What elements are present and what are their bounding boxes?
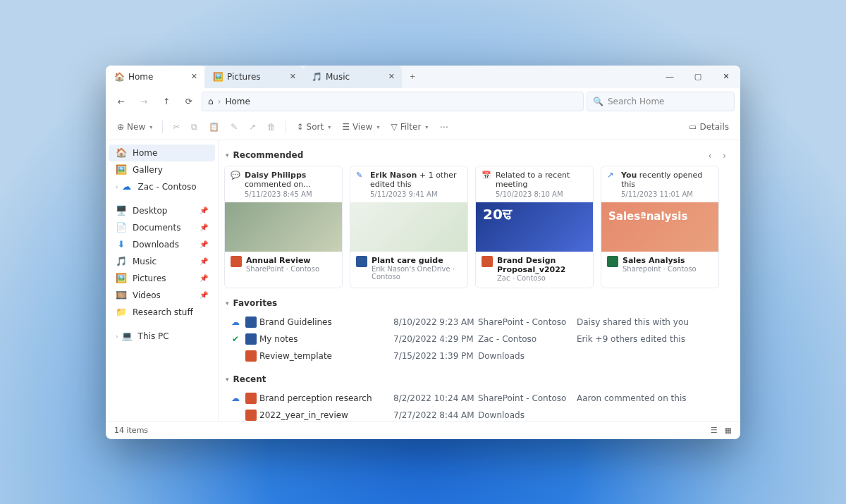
address-bar[interactable]: ⌂ › Home <box>202 92 584 111</box>
word-icon <box>356 256 367 267</box>
rename-button[interactable]: ✎ <box>226 119 242 135</box>
file-date: 7/27/2022 8:44 AM <box>393 410 478 420</box>
edit-icon: ✎ <box>356 171 366 180</box>
tiles-view-button[interactable]: ▦ <box>725 426 732 435</box>
powerpoint-icon <box>482 256 493 267</box>
new-tab-button[interactable]: ＋ <box>402 66 423 88</box>
chevron-right-icon: › <box>218 97 221 106</box>
recommended-card[interactable]: 📅 Related to a recent meeting 5/10/2023 … <box>475 166 594 288</box>
folder-icon: 📁 <box>116 307 127 318</box>
new-button[interactable]: ⊕ New ▾ <box>113 119 157 135</box>
tab-music[interactable]: 🎵 Music ✕ <box>303 66 402 88</box>
search-icon: 🔍 <box>593 97 603 106</box>
forward-button[interactable]: → <box>134 92 154 111</box>
file-activity: Erik +9 others edited this <box>577 334 729 344</box>
close-tab-button[interactable]: ✕ <box>191 72 197 81</box>
close-tab-button[interactable]: ✕ <box>290 72 296 81</box>
music-icon: 🎵 <box>312 72 321 82</box>
videos-icon: 🎞️ <box>116 290 127 301</box>
view-button[interactable]: ☰ View ▾ <box>338 119 384 135</box>
pin-icon: 📌 <box>200 240 208 248</box>
share-button[interactable]: ↗ <box>245 119 260 135</box>
item-count: 14 items <box>114 426 148 435</box>
card-file-name: Plant care guide <box>372 256 462 265</box>
file-row[interactable]: ☁ Brand perception research 8/2/2022 10:… <box>224 390 730 407</box>
back-button[interactable]: ← <box>111 92 131 111</box>
sidebar-item-documents[interactable]: 📄 Documents 📌 <box>109 219 215 236</box>
sort-button[interactable]: ↕ Sort ▾ <box>292 119 335 135</box>
close-window-button[interactable]: ✕ <box>712 66 740 88</box>
file-location: Downloads <box>478 410 577 420</box>
status-bar: 14 items ☰ ▦ <box>106 421 740 439</box>
sidebar-item-music[interactable]: 🎵 Music 📌 <box>109 253 215 270</box>
card-thumbnail <box>350 202 467 252</box>
filter-button[interactable]: ▽ Filter ▾ <box>386 119 432 135</box>
card-file-name: Sales Analysis <box>623 256 697 265</box>
section-recent-header[interactable]: ▾ Recent <box>226 374 730 384</box>
recommended-card[interactable]: 💬 Daisy Philipps commented on... 5/11/20… <box>224 166 343 288</box>
up-button[interactable]: ↑ <box>157 92 176 111</box>
file-name: Brand Guidelines <box>259 317 393 327</box>
tab-label: Pictures <box>227 72 261 82</box>
details-pane-button[interactable]: ▭ Details <box>685 119 733 135</box>
file-row[interactable]: 2022_year_in_review 7/27/2022 8:44 AM Do… <box>224 407 730 421</box>
view-icon: ☰ <box>342 122 350 132</box>
section-title: Recent <box>233 374 266 384</box>
word-icon <box>245 333 257 345</box>
file-name: 2022_year_in_review <box>259 410 393 420</box>
card-file-location: Sharepoint · Contoso <box>623 265 697 273</box>
powerpoint-icon <box>245 410 257 421</box>
calendar-icon: 📅 <box>482 171 491 180</box>
close-tab-button[interactable]: ✕ <box>388 72 395 81</box>
sidebar-item-videos[interactable]: 🎞️ Videos 📌 <box>109 287 215 304</box>
new-icon: ⊕ <box>117 122 124 132</box>
details-view-button[interactable]: ☰ <box>711 426 718 435</box>
more-button[interactable]: ⋯ <box>435 119 452 135</box>
file-row[interactable]: ✔ My notes 7/20/2022 4:29 PM Zac - Conto… <box>224 331 730 348</box>
sidebar-item-pictures[interactable]: 🖼️ Pictures 📌 <box>109 270 215 287</box>
sidebar-item-research[interactable]: 📁 Research stuff <box>109 304 215 321</box>
scroll-right-button[interactable]: › <box>718 149 730 162</box>
maximize-button[interactable]: ▢ <box>684 66 712 88</box>
sidebar-item-desktop[interactable]: 🖥️ Desktop 📌 <box>109 202 215 219</box>
chevron-down-icon: ▾ <box>226 300 229 307</box>
tab-pictures[interactable]: 🖼️ Pictures ✕ <box>204 66 303 88</box>
tab-home[interactable]: 🏠 Home ✕ <box>106 66 204 88</box>
desktop-icon: 🖥️ <box>116 205 127 216</box>
search-box[interactable]: 🔍 Search Home <box>587 92 735 111</box>
sidebar-item-downloads[interactable]: ⬇ Downloads 📌 <box>109 236 215 253</box>
file-row[interactable]: Review_template 7/15/2022 1:39 PM Downlo… <box>224 348 730 364</box>
file-date: 7/20/2022 4:29 PM <box>393 334 478 344</box>
sidebar-item-onedrive[interactable]: › ☁ Zac - Contoso <box>109 178 215 195</box>
sidebar-item-home[interactable]: 🏠 Home <box>109 145 215 161</box>
chevron-down-icon: ▾ <box>425 124 428 130</box>
copy-button[interactable]: ⧉ <box>187 119 202 135</box>
file-location: Downloads <box>478 351 577 361</box>
refresh-button[interactable]: ⟳ <box>179 92 199 111</box>
file-activity: Daisy shared this with you <box>577 317 729 327</box>
recommended-card[interactable]: ✎ Erik Nason + 1 other edited this 5/11/… <box>350 166 468 288</box>
nav-row: ← → ↑ ⟳ ⌂ › Home 🔍 Search Home <box>106 88 740 115</box>
word-icon <box>245 316 257 328</box>
pin-icon: 📌 <box>200 257 208 265</box>
thispc-icon: 💻 <box>121 331 133 342</box>
paste-button[interactable]: 📋 <box>204 119 223 135</box>
chevron-down-icon: ▾ <box>376 124 379 130</box>
file-row[interactable]: ☁ Brand Guidelines 8/10/2022 9:23 AM Sha… <box>224 314 730 331</box>
cut-button[interactable]: ✂ <box>168 119 184 135</box>
titlebar: 🏠 Home ✕ 🖼️ Pictures ✕ 🎵 Music ✕ ＋ ― ▢ ✕ <box>106 66 740 88</box>
card-reason: Daisy Philipps commented on... 5/11/2023… <box>245 171 336 199</box>
sidebar-item-gallery[interactable]: 🖼️ Gallery <box>109 161 215 178</box>
sidebar-item-label: Zac - Contoso <box>138 182 197 192</box>
section-recommended-header[interactable]: ▾ Recommended <box>226 150 303 160</box>
sidebar: 🏠 Home 🖼️ Gallery › ☁ Zac - Contoso 🖥️ D… <box>106 140 219 421</box>
section-favorites-header[interactable]: ▾ Favorites <box>226 298 730 308</box>
minimize-button[interactable]: ― <box>656 66 684 88</box>
gallery-icon: 🖼️ <box>116 164 127 176</box>
recommended-card[interactable]: ↗ You recently opened this 5/11/2023 11:… <box>601 166 719 288</box>
sidebar-item-thispc[interactable]: › 💻 This PC <box>109 328 215 345</box>
open-icon: ↗ <box>607 171 617 180</box>
address-path: Home <box>225 97 250 106</box>
scroll-left-button[interactable]: ‹ <box>704 149 716 162</box>
delete-button[interactable]: 🗑 <box>263 119 280 135</box>
